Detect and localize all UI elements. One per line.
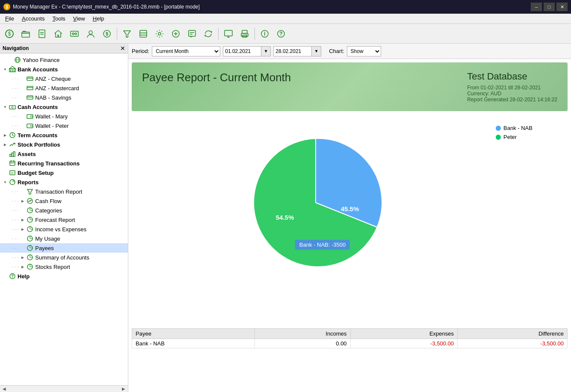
pie-chart-wrapper: 45.5% 54.5% Bank - NAB: -3500 — [139, 121, 492, 284]
nav-item-cash-flow[interactable]: · · ·▶Cash Flow — [0, 196, 128, 206]
svg-rect-46 — [27, 86, 33, 90]
nav-item-summary[interactable]: · · ·▶Summary of Accounts — [0, 253, 128, 262]
menu-accounts[interactable]: Accounts — [18, 15, 48, 23]
label-forecast: Forecast Report — [35, 217, 75, 223]
label-yahoo: Yahoo Finance — [23, 57, 60, 63]
toolbar-refresh-btn[interactable] — [201, 26, 216, 41]
label-my-usage: My Usage — [35, 236, 60, 242]
col-incomes-header: Incomes — [255, 329, 351, 339]
main-container: Navigation ✕ Yahoo Finance▼Bank Accounts… — [0, 44, 571, 392]
minimize-button[interactable]: – — [531, 3, 542, 11]
nav-item-yahoo[interactable]: Yahoo Finance — [0, 55, 128, 65]
nav-item-bank-accounts[interactable]: ▼Bank Accounts — [0, 65, 128, 74]
label-transaction-report: Transaction Report — [35, 189, 82, 195]
icon-help: ? — [9, 272, 16, 280]
nav-item-recurring[interactable]: Recurring Transactions — [0, 159, 128, 168]
label-cash-accounts: Cash Accounts — [18, 104, 58, 110]
svg-rect-61 — [13, 152, 15, 156]
toolbar-house-btn[interactable] — [50, 26, 66, 41]
report-area[interactable]: Payee Report - Current Month Test Databa… — [128, 59, 571, 392]
toolbar-settings-btn[interactable] — [152, 26, 167, 41]
date-to-picker-btn[interactable]: ▼ — [312, 46, 321, 56]
svg-point-31 — [246, 34, 247, 35]
icon-assets — [9, 150, 16, 158]
svg-point-51 — [12, 106, 13, 108]
label-assets: Assets — [18, 151, 36, 157]
label-wallet-mary: Wallet - Mary — [35, 113, 68, 120]
toolbar-info-btn[interactable]: i — [257, 26, 272, 41]
label-payees: Payees — [35, 245, 53, 251]
nav-item-forecast[interactable]: · · ·▶Forecast Report — [0, 215, 128, 224]
close-button[interactable]: ✕ — [556, 3, 568, 11]
toolbar-new-btn[interactable] — [34, 26, 50, 41]
nav-item-cash-accounts[interactable]: ▼Cash Accounts — [0, 102, 128, 112]
toolbar-help-btn[interactable]: ? — [273, 26, 289, 41]
toolbar-filter-btn[interactable] — [119, 26, 135, 41]
svg-point-7 — [72, 33, 74, 35]
toolbar-add-btn[interactable] — [168, 26, 183, 41]
menu-tools[interactable]: Tools — [49, 15, 68, 23]
nav-item-assets[interactable]: Assets — [0, 149, 128, 159]
nav-item-reports[interactable]: ▼Reports — [0, 177, 128, 187]
icon-wallet-mary — [26, 112, 34, 120]
nav-item-my-usage[interactable]: · · ·My Usage — [0, 234, 128, 243]
nav-item-income-expenses[interactable]: · · ·▶Income vs Expenses — [0, 224, 128, 234]
label-wallet-peter: Wallet - Peter — [35, 123, 68, 129]
menu-view[interactable]: View — [70, 15, 89, 23]
nav-item-anz-mastercard[interactable]: · · ·ANZ - Mastercard — [0, 83, 128, 93]
nav-item-wallet-peter[interactable]: · · ·Wallet - Peter — [0, 121, 128, 130]
toolbar-notes-btn[interactable] — [184, 26, 200, 41]
pie-chart: 45.5% 54.5% — [234, 121, 397, 284]
svg-rect-6 — [71, 31, 78, 36]
date-to-input[interactable] — [273, 46, 312, 56]
nav-item-nab-savings[interactable]: · · ·NAB - Savings — [0, 93, 128, 102]
menu-help[interactable]: Help — [89, 15, 108, 23]
nav-item-help[interactable]: ?Help — [0, 271, 128, 281]
nav-item-stocks-report[interactable]: · · ·▶Stocks Report — [0, 262, 128, 271]
period-select[interactable]: Current MonthLast MonthLast 3 MonthsLast… — [152, 46, 220, 56]
nav-tree[interactable]: Yahoo Finance▼Bank Accounts· · ·ANZ - Ch… — [0, 53, 128, 385]
nav-item-anz-cheque[interactable]: · · ·ANZ - Cheque — [0, 74, 128, 83]
nav-item-transaction-report[interactable]: · · ·Transaction Report — [0, 187, 128, 196]
svg-marker-24 — [204, 34, 206, 37]
period-bar: Period: Current MonthLast MonthLast 3 Mo… — [128, 44, 571, 59]
svg-rect-2 — [22, 32, 30, 37]
svg-text:$: $ — [106, 31, 108, 36]
chart-select[interactable]: Show Hide — [347, 46, 381, 56]
nav-scrollbar-x[interactable]: ◀ ▶ — [0, 385, 128, 392]
nav-item-categories[interactable]: · · ·Categories — [0, 206, 128, 215]
icon-income-expenses — [26, 225, 34, 233]
toolbar-back-btn[interactable] — [67, 26, 82, 41]
date-from-input[interactable] — [223, 46, 261, 56]
toolbar-monitor-btn[interactable] — [221, 26, 236, 41]
table-row: Bank - NAB0.00-3,500.00-3,500.00 — [132, 339, 568, 348]
scroll-left-btn[interactable]: ◀ — [1, 386, 8, 391]
nav-item-term-accounts[interactable]: ▶Term Accounts — [0, 130, 128, 140]
icon-payees — [26, 244, 34, 252]
menu-file[interactable]: File — [2, 15, 18, 23]
nav-item-wallet-mary[interactable]: · · ·Wallet - Mary — [0, 112, 128, 121]
toolbar-tag-btn[interactable] — [136, 26, 151, 41]
nav-panel: Navigation ✕ Yahoo Finance▼Bank Accounts… — [0, 44, 128, 392]
date-from-picker-btn[interactable]: ▼ — [261, 46, 271, 56]
nav-header: Navigation ✕ — [0, 44, 128, 53]
svg-rect-62 — [10, 161, 15, 165]
nav-item-payees[interactable]: · · ·Payees — [0, 243, 128, 253]
svg-point-9 — [89, 31, 92, 34]
icon-reports — [9, 178, 16, 186]
toolbar-account-btn[interactable] — [83, 26, 98, 41]
nav-item-budget[interactable]: Budget Setup — [0, 168, 128, 177]
svg-rect-66 — [10, 171, 15, 175]
toolbar-currency-btn[interactable]: $ — [99, 26, 115, 41]
svg-rect-50 — [9, 106, 15, 109]
toolbar-open-btn[interactable] — [18, 26, 33, 41]
nav-item-stock-portfolios[interactable]: ▶Stock Portfolios — [0, 140, 128, 149]
icon-forecast — [26, 216, 34, 224]
scroll-right-btn[interactable]: ▶ — [120, 386, 127, 391]
icon-categories — [26, 206, 34, 214]
toolbar-print-btn[interactable] — [237, 26, 252, 41]
toolbar-home-btn[interactable]: $ — [2, 26, 17, 41]
legend-label-peter: Peter — [503, 134, 517, 140]
nav-close-button[interactable]: ✕ — [120, 45, 125, 52]
maximize-button[interactable]: □ — [544, 3, 555, 11]
